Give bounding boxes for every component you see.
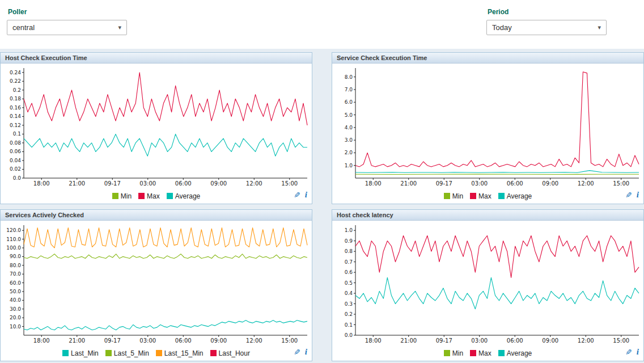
legend-label: Min xyxy=(121,192,132,200)
svg-text:0.3: 0.3 xyxy=(345,301,353,307)
graph-info-icon[interactable]: i xyxy=(305,347,307,357)
poller-filter-group: Poller central ▾ xyxy=(7,7,127,49)
svg-text:12:00: 12:00 xyxy=(578,180,594,187)
legend-item-min[interactable]: Min xyxy=(444,349,463,357)
svg-text:7.0: 7.0 xyxy=(345,87,353,92)
svg-text:10.0: 10.0 xyxy=(10,324,21,330)
legend-item-max[interactable]: Max xyxy=(470,192,492,200)
legend-label: Max xyxy=(147,192,160,200)
legend-label: Last_5_Min xyxy=(114,349,149,357)
legend-item-average[interactable]: Average xyxy=(498,349,532,357)
svg-text:0.24: 0.24 xyxy=(10,70,21,75)
svg-text:18:00: 18:00 xyxy=(365,180,382,187)
svg-text:0.12: 0.12 xyxy=(10,123,21,128)
legend-swatch xyxy=(167,193,173,199)
graph-info-icon[interactable]: i xyxy=(637,190,639,200)
legend-swatch xyxy=(470,350,476,356)
svg-text:4.0: 4.0 xyxy=(345,125,353,130)
chart-services-actively-checked[interactable]: 10.020.030.040.050.060.070.080.090.0100.… xyxy=(1,221,312,345)
legend-label: Last_Min xyxy=(71,349,99,357)
legend-items: Last_MinLast_5_MinLast_15_MinLast_Hour xyxy=(62,349,250,357)
legend-item-min[interactable]: Min xyxy=(444,192,463,200)
svg-text:09:00: 09:00 xyxy=(542,337,558,344)
period-select[interactable]: Today ▾ xyxy=(486,20,607,35)
svg-text:09-17: 09-17 xyxy=(436,337,452,344)
period-filter-group: Period Today ▾ xyxy=(486,7,607,49)
svg-text:09:00: 09:00 xyxy=(210,337,227,344)
edit-graph-icon[interactable]: ✎ xyxy=(294,191,300,200)
legend-item-last_hour[interactable]: Last_Hour xyxy=(210,349,250,357)
svg-text:0.1: 0.1 xyxy=(13,131,21,137)
svg-text:18:00: 18:00 xyxy=(33,180,50,187)
panel-title: Services Actively Checked xyxy=(1,210,312,221)
edit-graph-icon[interactable]: ✎ xyxy=(625,348,632,357)
poller-selected-value: central xyxy=(12,23,35,32)
svg-text:0.22: 0.22 xyxy=(10,78,21,84)
legend-item-max[interactable]: Max xyxy=(138,192,160,200)
legend-swatch xyxy=(156,350,162,356)
legend-label: Average xyxy=(507,349,532,357)
legend-item-last_min[interactable]: Last_Min xyxy=(62,349,99,357)
svg-text:15:00: 15:00 xyxy=(281,180,298,187)
chart-host-check-latency[interactable]: 0.00.10.20.30.40.50.60.70.80.91.018:0021… xyxy=(332,221,643,345)
legend-swatch xyxy=(210,350,217,356)
legend-row: MinMaxAverage ✎ i xyxy=(332,188,643,204)
edit-graph-icon[interactable]: ✎ xyxy=(625,191,632,200)
svg-text:40.0: 40.0 xyxy=(10,297,21,303)
panel-icons: ✎ i xyxy=(294,347,307,357)
legend-row: MinMaxAverage ✎ i xyxy=(332,345,643,361)
period-selected-value: Today xyxy=(492,23,512,32)
svg-text:5.0: 5.0 xyxy=(345,112,353,118)
svg-text:70.0: 70.0 xyxy=(10,271,21,277)
poller-select[interactable]: central ▾ xyxy=(7,20,127,35)
svg-text:0.06: 0.06 xyxy=(10,149,21,154)
chart-service-check-execution-time[interactable]: 1.02.03.04.05.06.07.08.018:0021:0009-170… xyxy=(332,64,643,188)
legend-label: Max xyxy=(478,192,492,200)
legend-item-average[interactable]: Average xyxy=(167,192,200,200)
svg-text:0.0: 0.0 xyxy=(345,332,353,338)
legend-item-last_5_min[interactable]: Last_5_Min xyxy=(105,349,149,357)
legend-swatch xyxy=(470,193,476,199)
legend-swatch xyxy=(138,193,145,199)
svg-text:3.0: 3.0 xyxy=(345,137,353,143)
svg-text:21:00: 21:00 xyxy=(400,180,417,187)
graph-info-icon[interactable]: i xyxy=(305,190,307,200)
svg-text:12:00: 12:00 xyxy=(246,180,262,187)
svg-text:20.0: 20.0 xyxy=(10,315,21,320)
legend-items: MinMaxAverage xyxy=(444,349,532,357)
svg-text:0.6: 0.6 xyxy=(345,269,353,275)
edit-graph-icon[interactable]: ✎ xyxy=(294,348,300,357)
svg-text:18:00: 18:00 xyxy=(33,337,50,344)
svg-text:1.0: 1.0 xyxy=(345,227,353,233)
chart-host-check-execution-time[interactable]: 0.00.020.040.060.080.10.120.140.160.180.… xyxy=(1,64,312,188)
legend-row: MinMaxAverage ✎ i xyxy=(1,188,312,204)
legend-swatch xyxy=(105,350,112,356)
legend-swatch xyxy=(444,193,450,199)
legend-swatch xyxy=(112,193,118,199)
svg-text:0.18: 0.18 xyxy=(10,96,21,102)
svg-text:06:00: 06:00 xyxy=(507,337,523,344)
graph-info-icon[interactable]: i xyxy=(637,347,639,357)
svg-text:90.0: 90.0 xyxy=(10,254,21,259)
legend-swatch xyxy=(62,350,69,356)
panel-services-actively-checked: Services Actively Checked 10.020.030.040… xyxy=(0,209,312,361)
legend-item-max[interactable]: Max xyxy=(470,349,492,357)
legend-label: Last_15_Min xyxy=(164,349,204,357)
svg-text:03:00: 03:00 xyxy=(471,180,488,187)
legend-label: Average xyxy=(507,192,532,200)
legend-item-last_15_min[interactable]: Last_15_Min xyxy=(156,349,204,357)
svg-text:21:00: 21:00 xyxy=(400,337,417,344)
svg-text:0.0: 0.0 xyxy=(13,175,22,181)
svg-text:120.0: 120.0 xyxy=(6,227,21,233)
legend-swatch xyxy=(498,350,505,356)
legend-label: Min xyxy=(452,192,463,200)
legend-item-min[interactable]: Min xyxy=(112,192,132,200)
legend-label: Max xyxy=(478,349,492,357)
svg-text:21:00: 21:00 xyxy=(69,337,85,344)
svg-text:110.0: 110.0 xyxy=(6,237,21,242)
poller-label: Poller xyxy=(8,8,127,16)
svg-text:09:00: 09:00 xyxy=(542,180,558,187)
svg-text:0.2: 0.2 xyxy=(13,87,21,93)
legend-item-average[interactable]: Average xyxy=(498,192,532,200)
panel-icons: ✎ i xyxy=(625,190,639,200)
